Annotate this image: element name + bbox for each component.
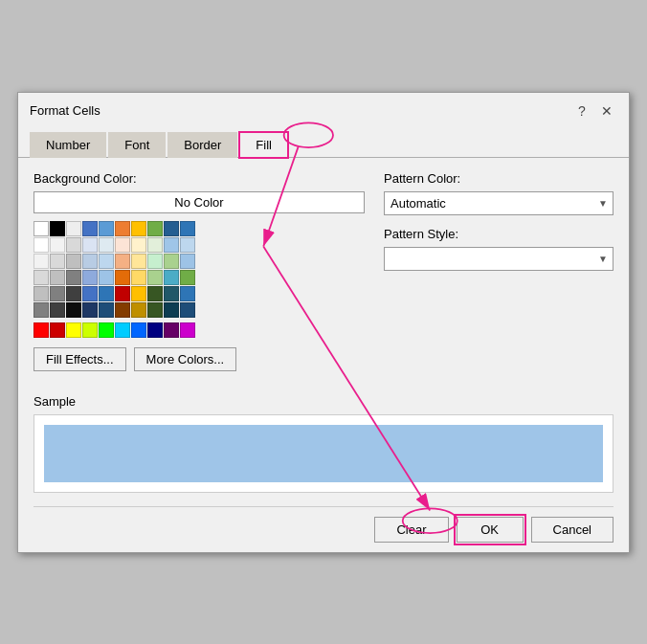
color-cell[interactable] bbox=[50, 302, 65, 318]
color-cell[interactable] bbox=[33, 270, 49, 285]
color-cell[interactable] bbox=[164, 286, 179, 301]
color-row-6 bbox=[33, 302, 365, 318]
tab-number[interactable]: Number bbox=[30, 132, 106, 158]
color-cell[interactable] bbox=[131, 237, 146, 253]
action-buttons: Fill Effects... More Colors... bbox=[33, 347, 365, 371]
color-cell[interactable] bbox=[180, 221, 195, 236]
tab-content: Background Color: No Color bbox=[18, 158, 629, 506]
left-column: Background Color: No Color bbox=[33, 171, 365, 371]
color-cell[interactable] bbox=[131, 221, 146, 236]
color-cell[interactable] bbox=[66, 221, 81, 236]
more-colors-button[interactable]: More Colors... bbox=[134, 347, 237, 371]
color-cell[interactable] bbox=[50, 237, 65, 253]
color-cell[interactable] bbox=[33, 286, 49, 301]
color-cell[interactable] bbox=[66, 237, 81, 253]
color-cell[interactable] bbox=[147, 254, 163, 269]
color-cell[interactable] bbox=[50, 221, 65, 236]
color-cell[interactable] bbox=[180, 237, 195, 253]
color-cell[interactable] bbox=[33, 254, 49, 269]
color-cell[interactable] bbox=[147, 237, 163, 253]
color-row-2 bbox=[33, 237, 365, 253]
color-cell[interactable] bbox=[66, 302, 81, 318]
sample-label: Sample bbox=[33, 394, 614, 409]
color-row-1 bbox=[33, 221, 365, 236]
color-cell[interactable] bbox=[82, 221, 98, 236]
color-cell[interactable] bbox=[99, 286, 114, 301]
color-cell[interactable] bbox=[115, 221, 130, 236]
color-cell[interactable] bbox=[82, 237, 98, 253]
color-cell[interactable] bbox=[82, 322, 98, 338]
tab-fill[interactable]: Fill bbox=[239, 132, 288, 158]
color-cell[interactable] bbox=[33, 302, 49, 318]
color-cell[interactable] bbox=[99, 237, 114, 253]
color-cell[interactable] bbox=[180, 322, 195, 338]
pattern-style-label: Pattern Style: bbox=[384, 227, 614, 241]
color-cell[interactable] bbox=[115, 322, 130, 338]
color-cell[interactable] bbox=[131, 286, 146, 301]
color-cell[interactable] bbox=[164, 302, 179, 318]
clear-button[interactable]: Clear bbox=[374, 517, 448, 543]
color-cell[interactable] bbox=[33, 237, 49, 253]
pattern-color-select-wrapper: Automatic ▼ bbox=[384, 191, 614, 215]
ok-button[interactable]: OK bbox=[457, 517, 524, 543]
close-button[interactable]: ✕ bbox=[596, 100, 617, 122]
bottom-buttons: Clear OK Cancel bbox=[18, 507, 629, 552]
color-cell[interactable] bbox=[164, 254, 179, 269]
color-cell[interactable] bbox=[50, 286, 65, 301]
pattern-color-select[interactable]: Automatic bbox=[384, 191, 614, 215]
color-cell[interactable] bbox=[164, 270, 179, 285]
color-cell[interactable] bbox=[147, 286, 163, 301]
main-row: Background Color: No Color bbox=[33, 171, 614, 371]
tab-border[interactable]: Border bbox=[167, 132, 237, 158]
color-cell[interactable] bbox=[66, 286, 81, 301]
color-cell[interactable] bbox=[99, 254, 114, 269]
color-cell[interactable] bbox=[99, 322, 114, 338]
color-cell[interactable] bbox=[82, 270, 98, 285]
color-cell[interactable] bbox=[50, 322, 65, 338]
color-cell[interactable] bbox=[147, 270, 163, 285]
color-cell[interactable] bbox=[99, 302, 114, 318]
color-cell[interactable] bbox=[50, 254, 65, 269]
color-cell[interactable] bbox=[180, 302, 195, 318]
pattern-style-select-wrapper: ▼ bbox=[384, 247, 614, 271]
pattern-style-select[interactable] bbox=[384, 247, 614, 271]
tab-font[interactable]: Font bbox=[108, 132, 166, 158]
color-cell[interactable] bbox=[66, 270, 81, 285]
color-cell[interactable] bbox=[99, 221, 114, 236]
color-cell[interactable] bbox=[66, 254, 81, 269]
color-cell[interactable] bbox=[50, 270, 65, 285]
color-cell[interactable] bbox=[82, 286, 98, 301]
color-cell[interactable] bbox=[115, 254, 130, 269]
bg-color-label: Background Color: bbox=[33, 171, 365, 186]
color-cell[interactable] bbox=[180, 254, 195, 269]
tab-bar: Number Font Border Fill bbox=[18, 125, 629, 158]
color-cell[interactable] bbox=[33, 221, 49, 236]
color-cell[interactable] bbox=[164, 322, 179, 338]
no-color-button[interactable]: No Color bbox=[33, 191, 365, 213]
cancel-button[interactable]: Cancel bbox=[531, 517, 614, 543]
color-cell[interactable] bbox=[82, 254, 98, 269]
help-button[interactable]: ? bbox=[571, 100, 592, 122]
color-cell[interactable] bbox=[131, 270, 146, 285]
color-cell[interactable] bbox=[115, 270, 130, 285]
color-row-4 bbox=[33, 270, 365, 285]
color-cell[interactable] bbox=[131, 302, 146, 318]
color-cell[interactable] bbox=[115, 286, 130, 301]
color-cell[interactable] bbox=[164, 221, 179, 236]
color-cell[interactable] bbox=[131, 254, 146, 269]
color-row-5 bbox=[33, 286, 365, 301]
color-cell[interactable] bbox=[115, 302, 130, 318]
color-cell[interactable] bbox=[33, 322, 49, 338]
color-cell[interactable] bbox=[131, 322, 146, 338]
color-cell[interactable] bbox=[99, 270, 114, 285]
color-cell[interactable] bbox=[180, 270, 195, 285]
color-cell[interactable] bbox=[164, 237, 179, 253]
color-cell[interactable] bbox=[147, 302, 163, 318]
fill-effects-button[interactable]: Fill Effects... bbox=[33, 347, 126, 371]
color-cell[interactable] bbox=[147, 322, 163, 338]
color-cell[interactable] bbox=[82, 302, 98, 318]
color-cell[interactable] bbox=[180, 286, 195, 301]
color-cell[interactable] bbox=[147, 221, 163, 236]
color-cell[interactable] bbox=[66, 322, 81, 338]
color-cell[interactable] bbox=[115, 237, 130, 253]
